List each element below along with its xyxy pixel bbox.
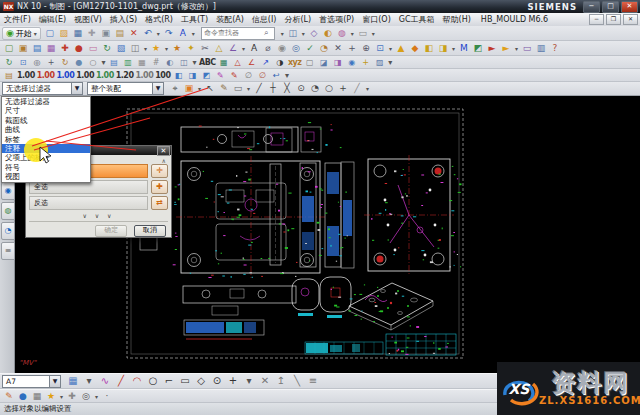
- section-view-icon[interactable]: ✂: [199, 42, 211, 55]
- layer-settings-icon[interactable]: ▤: [108, 57, 120, 68]
- check-mate-icon[interactable]: ✓: [304, 42, 316, 55]
- new-sheet-icon[interactable]: ▧: [115, 42, 127, 55]
- ok-button[interactable]: 确定: [95, 225, 127, 237]
- row4-caret-icon[interactable]: ▾: [284, 70, 289, 81]
- return-arrow-icon[interactable]: ↩: [270, 70, 282, 81]
- command-finder[interactable]: ⌕: [201, 27, 275, 40]
- play-alt-icon[interactable]: ►: [500, 42, 512, 55]
- point-icon[interactable]: +: [226, 374, 240, 388]
- type-filter-caret-icon[interactable]: ▼: [71, 83, 82, 94]
- filter-option-4[interactable]: 标签: [2, 135, 90, 144]
- filter-option-1[interactable]: 尺寸: [2, 106, 90, 115]
- assembly-load-icon[interactable]: ▣: [17, 42, 29, 55]
- render-style-icon[interactable]: ◐: [322, 27, 334, 40]
- protractor-icon[interactable]: ◔: [318, 42, 330, 55]
- table-icon[interactable]: ▦: [218, 57, 230, 68]
- abc-standard-icon[interactable]: ABC: [199, 57, 216, 68]
- undo-caret-icon[interactable]: ▾: [156, 27, 161, 40]
- more-dot-icon[interactable]: ·: [101, 390, 113, 403]
- search-icon[interactable]: ⌕: [264, 28, 268, 38]
- target-point-icon[interactable]: +: [346, 42, 358, 55]
- filter-option-2[interactable]: 截面线: [2, 116, 90, 125]
- curve-caret-icon[interactable]: ▾: [242, 374, 256, 388]
- browser-tab[interactable]: ◍: [1, 202, 15, 220]
- show-hide-icon[interactable]: ◉: [346, 57, 358, 68]
- roles-tab[interactable]: ≡: [1, 242, 15, 260]
- fit-view-icon[interactable]: ⊡: [17, 57, 29, 68]
- zoom-in-icon[interactable]: ◎: [31, 57, 43, 68]
- menu-item-10[interactable]: 窗口(O): [358, 15, 395, 24]
- invert-selection-icon[interactable]: ⇄: [151, 196, 168, 210]
- slope-symbol-icon[interactable]: ∠: [246, 57, 258, 68]
- select-arrow-icon[interactable]: ↖: [204, 82, 216, 95]
- type-filter-combo[interactable]: 无选择过滤器 ▼: [2, 82, 83, 95]
- cancel-button[interactable]: 取消: [134, 225, 166, 237]
- wireframe-mode-icon[interactable]: ○: [87, 57, 99, 68]
- pencil-magenta-icon[interactable]: ✎: [214, 70, 226, 81]
- sheet-page-icon[interactable]: ▤: [3, 70, 15, 81]
- offset-curve-icon[interactable]: ≡: [306, 374, 320, 388]
- start-menu-button[interactable]: ◉ 开始 ▾: [2, 27, 41, 40]
- panel-icon[interactable]: ▦: [31, 390, 43, 403]
- view-caret-icon[interactable]: ▾: [164, 42, 169, 55]
- mirror-feature-icon[interactable]: ◧: [423, 42, 435, 55]
- sync-icon[interactable]: ↻: [101, 42, 113, 55]
- chamfer-icon[interactable]: ╲: [290, 374, 304, 388]
- filter-option-5[interactable]: 注释: [2, 144, 90, 153]
- window-caret2-icon[interactable]: ▾: [192, 57, 197, 68]
- endpoint-snap-icon[interactable]: ╱: [253, 82, 265, 95]
- window-caret-icon[interactable]: ▾: [301, 27, 306, 40]
- layout-b-icon[interactable]: ◨: [186, 70, 198, 81]
- region-select-icon[interactable]: ▭: [232, 82, 244, 95]
- polygon-icon[interactable]: ◇: [194, 374, 208, 388]
- filter-option-0[interactable]: 无选择过滤器: [2, 97, 90, 106]
- child-minimize-button[interactable]: −: [589, 14, 604, 25]
- edge-snap-icon[interactable]: ╱: [351, 82, 363, 95]
- pin-tool-icon[interactable]: ✚: [66, 390, 78, 403]
- close-button[interactable]: ✕: [621, 1, 638, 13]
- bound-box-icon[interactable]: ▢: [304, 57, 316, 68]
- half-display-icon[interactable]: ◐: [164, 57, 176, 68]
- pan-icon[interactable]: +: [45, 57, 57, 68]
- dim-caret-icon[interactable]: ▾: [241, 42, 246, 55]
- detail-view-icon[interactable]: ✦: [185, 42, 197, 55]
- type-filter-dropdown[interactable]: 无选择过滤器尺寸截面线曲线标签注释父项上的标注符号视图: [1, 96, 91, 183]
- monitor-caret-icon[interactable]: ▾: [388, 42, 393, 55]
- snap-caret-icon[interactable]: ▾: [365, 82, 370, 95]
- pattern-icon[interactable]: ▦: [45, 42, 57, 55]
- bottom-combo-caret-icon[interactable]: ▼: [49, 376, 60, 387]
- menu-item-8[interactable]: 分析(L): [280, 15, 315, 24]
- window-cascade-icon[interactable]: ◫: [287, 27, 299, 40]
- lasso-icon[interactable]: ✎: [218, 82, 230, 95]
- edit-curve-icon[interactable]: ✎: [3, 390, 15, 403]
- menu-item-6[interactable]: 装配(A): [212, 15, 248, 24]
- line-icon[interactable]: ╱: [114, 374, 128, 388]
- menu-item-11[interactable]: GC工具箱: [395, 15, 439, 24]
- interpart-icon[interactable]: ●: [73, 42, 85, 55]
- touch-caret-icon[interactable]: ▾: [371, 27, 376, 40]
- play-icon[interactable]: ►: [486, 42, 498, 55]
- clip-section-icon[interactable]: ◪: [318, 57, 330, 68]
- font-style-icon[interactable]: A: [177, 27, 189, 40]
- filter-option-7[interactable]: 符号: [2, 163, 90, 172]
- layout-a-icon[interactable]: ◧: [172, 70, 184, 81]
- region-caret-icon[interactable]: ▾: [246, 82, 251, 95]
- scale-chip-8[interactable]: 100: [155, 70, 170, 81]
- xyz-icon[interactable]: xyz: [288, 57, 302, 68]
- pattern-face-icon[interactable]: ◨: [437, 42, 449, 55]
- arc-center-snap-icon[interactable]: ⊙: [295, 82, 307, 95]
- copy-icon[interactable]: ▣: [100, 27, 112, 40]
- suppress-dim-icon[interactable]: ∅: [242, 70, 254, 81]
- filter-option-3[interactable]: 曲线: [2, 125, 90, 134]
- sector-icon[interactable]: ◑: [274, 57, 286, 68]
- base-view-icon[interactable]: ★: [150, 42, 162, 55]
- binocular-icon[interactable]: ◎: [80, 390, 92, 403]
- row3-caret-icon[interactable]: ▾: [388, 57, 393, 68]
- play-caret-icon[interactable]: ▾: [514, 42, 519, 55]
- rectangle-icon[interactable]: ▭: [178, 374, 192, 388]
- selection-scope-caret-icon[interactable]: ▼: [152, 83, 163, 94]
- menu-item-0[interactable]: 文件(F): [0, 15, 35, 24]
- spark-icon[interactable]: ★: [45, 390, 57, 403]
- studio-spline-icon[interactable]: ∿: [98, 374, 112, 388]
- midpoint-snap-icon[interactable]: ┼: [267, 82, 279, 95]
